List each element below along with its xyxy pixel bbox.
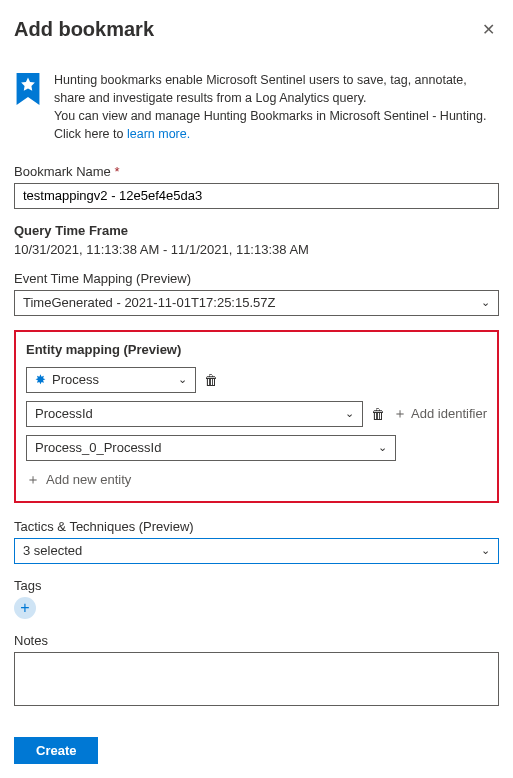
- event-time-value: TimeGenerated - 2021-11-01T17:25:15.57Z: [23, 295, 275, 310]
- chevron-down-icon: ⌄: [345, 407, 354, 420]
- event-time-select[interactable]: TimeGenerated - 2021-11-01T17:25:15.57Z …: [14, 290, 499, 316]
- required-indicator: *: [114, 164, 119, 179]
- info-line2: You can view and manage Hunting Bookmark…: [54, 109, 486, 141]
- bookmark-icon: [14, 73, 42, 105]
- info-line1: Hunting bookmarks enable Microsoft Senti…: [54, 73, 467, 105]
- notes-textarea[interactable]: [14, 652, 499, 706]
- entity-type-value: Process: [52, 372, 99, 387]
- close-icon[interactable]: ✕: [478, 16, 499, 43]
- plus-icon: ＋: [26, 471, 40, 489]
- notes-label: Notes: [14, 633, 499, 648]
- info-text: Hunting bookmarks enable Microsoft Senti…: [54, 71, 499, 144]
- chevron-down-icon: ⌄: [178, 373, 187, 386]
- add-entity-label: Add new entity: [46, 472, 131, 487]
- entity-type-select[interactable]: ✸ Process ⌄: [26, 367, 196, 393]
- query-timeframe-label: Query Time Frame: [14, 223, 499, 238]
- chevron-down-icon: ⌄: [481, 544, 490, 557]
- chevron-down-icon: ⌄: [481, 296, 490, 309]
- add-tag-button[interactable]: +: [14, 597, 36, 619]
- column-value: Process_0_ProcessId: [35, 440, 161, 455]
- entity-mapping-label: Entity mapping (Preview): [26, 342, 487, 357]
- chevron-down-icon: ⌄: [378, 441, 387, 454]
- page-title: Add bookmark: [14, 18, 154, 41]
- identifier-select[interactable]: ProcessId ⌄: [26, 401, 363, 427]
- column-select[interactable]: Process_0_ProcessId ⌄: [26, 435, 396, 461]
- gear-icon: ✸: [35, 372, 46, 387]
- tactics-value: 3 selected: [23, 543, 82, 558]
- tags-label: Tags: [14, 578, 499, 593]
- plus-icon: ＋: [393, 405, 407, 423]
- plus-icon: +: [20, 599, 29, 617]
- tactics-label: Tactics & Techniques (Preview): [14, 519, 499, 534]
- add-identifier-label: Add identifier: [411, 406, 487, 421]
- add-entity-button[interactable]: ＋ Add new entity: [26, 471, 487, 489]
- query-timeframe-value: 10/31/2021, 11:13:38 AM - 11/1/2021, 11:…: [14, 242, 499, 257]
- event-time-label: Event Time Mapping (Preview): [14, 271, 499, 286]
- entity-mapping-section: Entity mapping (Preview) ✸ Process ⌄ 🗑 P…: [14, 330, 499, 503]
- bookmark-name-input[interactable]: [14, 183, 499, 209]
- trash-icon[interactable]: 🗑: [204, 372, 218, 388]
- tactics-select[interactable]: 3 selected ⌄: [14, 538, 499, 564]
- bookmark-name-label: Bookmark Name *: [14, 164, 499, 179]
- trash-icon[interactable]: 🗑: [371, 406, 385, 422]
- create-button[interactable]: Create: [14, 737, 98, 764]
- identifier-value: ProcessId: [35, 406, 93, 421]
- learn-more-link[interactable]: learn more.: [127, 127, 190, 141]
- add-identifier-button[interactable]: ＋ Add identifier: [393, 405, 487, 423]
